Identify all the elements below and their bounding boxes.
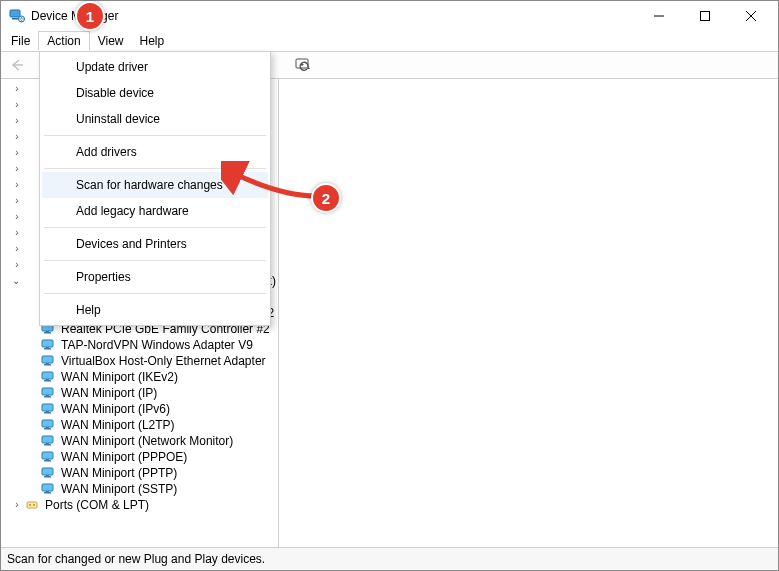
- tree-device-label: WAN Miniport (IP): [59, 385, 159, 401]
- svg-rect-16: [46, 347, 49, 349]
- tree-category-ports[interactable]: › Ports (COM & LPT): [1, 497, 278, 513]
- window-controls: [636, 1, 774, 31]
- app-icon: [9, 8, 25, 24]
- network-adapter-icon: [41, 450, 55, 464]
- expand-icon[interactable]: ›: [11, 97, 23, 113]
- network-adapter-icon: [41, 434, 55, 448]
- network-adapter-icon: [41, 370, 55, 384]
- svg-rect-0: [10, 10, 20, 17]
- svg-rect-25: [46, 395, 49, 397]
- svg-rect-44: [27, 502, 37, 508]
- tree-device-item[interactable]: VirtualBox Host-Only Ethernet Adapter: [1, 353, 278, 369]
- menu-view[interactable]: View: [90, 31, 132, 51]
- menu-disable-device[interactable]: Disable device: [42, 80, 268, 106]
- network-adapter-icon: [41, 418, 55, 432]
- tree-device-item[interactable]: WAN Miniport (Network Monitor): [1, 433, 278, 449]
- expand-icon[interactable]: ›: [11, 161, 23, 177]
- tree-device-item[interactable]: WAN Miniport (IKEv2): [1, 369, 278, 385]
- status-text: Scan for changed or new Plug and Play de…: [7, 552, 265, 566]
- menu-separator: [44, 260, 266, 261]
- network-adapter-icon: [41, 354, 55, 368]
- expand-icon[interactable]: ›: [11, 241, 23, 257]
- expand-icon[interactable]: ›: [11, 209, 23, 225]
- network-adapter-icon: [41, 482, 55, 496]
- menu-separator: [44, 135, 266, 136]
- svg-rect-32: [42, 436, 53, 443]
- menu-separator: [44, 168, 266, 169]
- menu-action[interactable]: Action: [38, 31, 89, 51]
- device-manager-window: Device Manager File Action View Help: [0, 0, 779, 571]
- ports-icon: [25, 498, 39, 512]
- svg-rect-13: [46, 331, 49, 333]
- tree-device-label: WAN Miniport (L2TP): [59, 417, 177, 433]
- menu-devices-and-printers[interactable]: Devices and Printers: [42, 231, 268, 257]
- annotation-badge-1: 1: [75, 1, 105, 31]
- svg-rect-22: [46, 379, 49, 381]
- statusbar: Scan for changed or new Plug and Play de…: [1, 548, 778, 570]
- minimize-button[interactable]: [636, 1, 682, 31]
- svg-rect-31: [46, 427, 49, 429]
- annotation-badge-2: 2: [311, 183, 341, 213]
- menu-add-legacy-hardware[interactable]: Add legacy hardware: [42, 198, 268, 224]
- close-button[interactable]: [728, 1, 774, 31]
- tree-device-label: WAN Miniport (Network Monitor): [59, 433, 235, 449]
- svg-rect-26: [42, 404, 53, 411]
- menu-help-item[interactable]: Help: [42, 297, 268, 323]
- window-title: Device Manager: [31, 9, 636, 23]
- svg-rect-34: [46, 443, 49, 445]
- menu-file[interactable]: File: [3, 31, 38, 51]
- svg-rect-1: [12, 18, 18, 20]
- scan-hardware-toolbar-button[interactable]: [292, 54, 316, 76]
- expand-icon[interactable]: ›: [11, 145, 23, 161]
- tree-device-item[interactable]: WAN Miniport (IPv6): [1, 401, 278, 417]
- menu-update-driver[interactable]: Update driver: [42, 54, 268, 80]
- svg-rect-28: [46, 411, 49, 413]
- tree-device-item[interactable]: WAN Miniport (SSTP): [1, 481, 278, 497]
- svg-rect-23: [42, 388, 53, 395]
- tree-device-item[interactable]: WAN Miniport (PPTP): [1, 465, 278, 481]
- back-button[interactable]: [5, 54, 29, 76]
- svg-rect-43: [46, 491, 49, 493]
- maximize-button[interactable]: [682, 1, 728, 31]
- expand-icon[interactable]: ›: [11, 113, 23, 129]
- expand-icon[interactable]: ›: [11, 81, 23, 97]
- network-adapter-icon: [41, 466, 55, 480]
- svg-rect-35: [42, 452, 53, 459]
- tree-device-label: WAN Miniport (IKEv2): [59, 369, 180, 385]
- menu-properties[interactable]: Properties: [42, 264, 268, 290]
- tree-device-label: WAN Miniport (PPPOE): [59, 449, 189, 465]
- svg-rect-40: [46, 475, 49, 477]
- svg-rect-45: [29, 504, 31, 506]
- menu-help[interactable]: Help: [132, 31, 173, 51]
- tree-device-label: WAN Miniport (PPTP): [59, 465, 179, 481]
- expand-icon[interactable]: ›: [11, 225, 23, 241]
- tree-device-label: TAP-NordVPN Windows Adapter V9: [59, 337, 255, 353]
- svg-rect-14: [42, 340, 53, 347]
- svg-rect-19: [46, 363, 49, 365]
- tree-device-item[interactable]: WAN Miniport (PPPOE): [1, 449, 278, 465]
- collapse-icon[interactable]: ⌄: [11, 273, 22, 289]
- expand-icon[interactable]: ›: [11, 129, 23, 145]
- expand-icon[interactable]: ›: [11, 497, 23, 513]
- tree-device-item[interactable]: TAP-NordVPN Windows Adapter V9: [1, 337, 278, 353]
- tree-device-label: WAN Miniport (IPv6): [59, 401, 172, 417]
- network-adapter-icon: [41, 402, 55, 416]
- menu-separator: [44, 293, 266, 294]
- svg-rect-29: [42, 420, 53, 427]
- expand-icon[interactable]: ›: [11, 257, 23, 273]
- svg-rect-37: [46, 459, 49, 461]
- tree-device-label: VirtualBox Host-Only Ethernet Adapter: [59, 353, 268, 369]
- svg-rect-3: [701, 12, 710, 21]
- svg-rect-20: [42, 372, 53, 379]
- network-adapter-icon: [41, 338, 55, 352]
- expand-icon[interactable]: ›: [11, 193, 23, 209]
- tree-device-item[interactable]: WAN Miniport (IP): [1, 385, 278, 401]
- menu-scan-hardware-changes[interactable]: Scan for hardware changes: [42, 172, 268, 198]
- expand-icon[interactable]: ›: [11, 177, 23, 193]
- tree-device-item[interactable]: WAN Miniport (L2TP): [1, 417, 278, 433]
- svg-rect-46: [33, 504, 35, 506]
- titlebar: Device Manager: [1, 1, 778, 31]
- svg-rect-41: [42, 484, 53, 491]
- menu-add-drivers[interactable]: Add drivers: [42, 139, 268, 165]
- menu-uninstall-device[interactable]: Uninstall device: [42, 106, 268, 132]
